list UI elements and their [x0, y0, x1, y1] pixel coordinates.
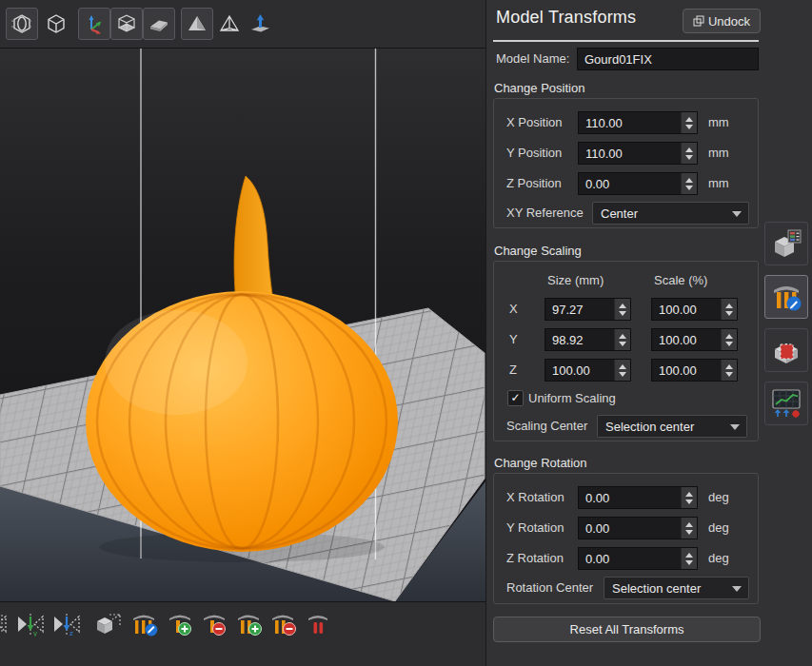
scale-z-stepper[interactable]: [721, 360, 737, 381]
cube-view-glyph: [45, 12, 68, 35]
scale-x-value: 100.00: [652, 299, 721, 320]
add-support-icon[interactable]: [166, 610, 196, 638]
scale-y-stepper[interactable]: [721, 329, 737, 350]
remove-support-glyph: [201, 611, 229, 637]
z-position-field[interactable]: 0.00: [578, 172, 698, 195]
z-rotation-label: Z Rotation: [506, 551, 564, 565]
axes-glyph: [83, 12, 106, 35]
scale-x-stepper[interactable]: [721, 299, 737, 320]
size-x-stepper[interactable]: [614, 299, 630, 320]
y-position-field[interactable]: 110.00: [578, 142, 698, 165]
y-position-stepper[interactable]: [681, 143, 697, 164]
svg-text:y: y: [33, 629, 37, 637]
size-z-field[interactable]: 100.00: [545, 359, 631, 382]
z-rotation-value: 0.00: [579, 548, 681, 569]
section-view-glyph: [10, 12, 33, 35]
x-rotation-label: X Rotation: [506, 490, 564, 504]
pumpkin-highlight: [105, 310, 248, 415]
wire-pyramid-glyph: [218, 12, 241, 35]
mirror-x-icon[interactable]: [0, 610, 10, 638]
x-position-field[interactable]: 110.00: [578, 111, 698, 134]
z-rotation-stepper[interactable]: [681, 548, 697, 569]
z-rotation-field[interactable]: 0.00: [578, 547, 698, 570]
x-rotation-value: 0.00: [579, 487, 681, 508]
size-x-field[interactable]: 97.27: [545, 298, 631, 321]
mirror-z-icon[interactable]: z: [51, 610, 82, 638]
add-all-supports-icon[interactable]: [234, 610, 265, 638]
z-position-label: Z Position: [506, 176, 562, 190]
scale-z-field[interactable]: 100.00: [651, 359, 738, 382]
mirror-y-icon[interactable]: y: [15, 610, 46, 638]
size-z-stepper[interactable]: [614, 360, 630, 381]
scale-x-field[interactable]: 100.00: [651, 298, 738, 321]
chevron-down-icon: [732, 586, 742, 592]
z-position-unit: mm: [708, 176, 729, 190]
model-name-field[interactable]: Gourd01FIX: [577, 48, 759, 70]
undock-label: Undock: [708, 14, 750, 29]
build-volume-glyph: [115, 12, 138, 35]
model-name-value: Gourd01FIX: [578, 49, 758, 69]
rotation-group: X Rotation 0.00 deg Y Rotation 0.00 deg …: [493, 473, 759, 604]
section-view-icon[interactable]: [6, 8, 38, 40]
size-x-value: 97.27: [545, 299, 614, 320]
section-change-scaling: Change Scaling: [494, 244, 582, 258]
reset-all-transforms-button[interactable]: Reset All Transforms: [493, 617, 761, 642]
size-y-stepper[interactable]: [614, 329, 630, 350]
svg-text:z: z: [69, 629, 73, 637]
y-rotation-stepper[interactable]: [681, 518, 697, 539]
z-rotation-unit: deg: [708, 551, 729, 565]
scaling-center-dropdown[interactable]: Selection center: [597, 415, 747, 438]
duplicate-model-icon[interactable]: [93, 610, 124, 638]
y-rotation-unit: deg: [708, 520, 729, 535]
per-layer-settings-icon[interactable]: [764, 382, 808, 425]
xy-reference-dropdown[interactable]: Center: [592, 202, 749, 225]
model-transforms-panel: Model Transforms Undock Model Name: Gour…: [485, 0, 812, 666]
x-position-stepper[interactable]: [681, 112, 697, 133]
x-rotation-stepper[interactable]: [681, 487, 697, 508]
scaling-center-value: Selection center: [605, 420, 694, 434]
chevron-down-icon: [732, 211, 742, 217]
scale-y-value: 100.00: [652, 329, 721, 350]
support-edit-icon[interactable]: [764, 275, 808, 319]
pause-at-layer-icon[interactable]: [303, 610, 333, 638]
scale-y-field[interactable]: 100.00: [651, 328, 738, 351]
size-z-value: 100.00: [545, 360, 614, 381]
size-y-field[interactable]: 98.92: [545, 328, 631, 351]
size-header: Size (mm): [547, 273, 604, 287]
pause-glyph: [305, 611, 331, 637]
scale-z-axis-label: Z: [509, 362, 517, 377]
uniform-scaling-label: Uniform Scaling: [528, 391, 616, 405]
wireframe-render-icon[interactable]: [213, 8, 246, 40]
viewport-3d[interactable]: [0, 49, 485, 601]
xy-reference-label: XY Reference: [506, 206, 584, 220]
checkmark-icon: ✓: [510, 391, 520, 404]
scaling-center-label: Scaling Center: [506, 419, 587, 433]
undock-button[interactable]: Undock: [683, 9, 761, 33]
model-list-icon[interactable]: [764, 222, 808, 265]
free-cut-icon[interactable]: [764, 328, 808, 372]
remove-support-icon[interactable]: [200, 610, 230, 638]
add-support-glyph: [167, 611, 195, 637]
show-axes-icon[interactable]: [78, 8, 110, 40]
z-position-value: 0.00: [579, 173, 681, 194]
x-rotation-field[interactable]: 0.00: [578, 486, 698, 509]
rotation-center-dropdown[interactable]: Selection center: [604, 577, 749, 599]
z-up-icon[interactable]: [244, 8, 276, 40]
solid-render-icon[interactable]: [181, 8, 213, 40]
scaling-group: Size (mm) Scale (%) X 97.27 100.00 Y 98.…: [493, 261, 759, 441]
y-rotation-field[interactable]: 0.00: [578, 517, 698, 539]
uniform-scaling-checkbox[interactable]: ✓: [507, 390, 524, 406]
remove-all-supports-icon[interactable]: [268, 610, 299, 638]
solid-pyramid-glyph: [186, 12, 208, 35]
xy-reference-value: Center: [601, 206, 638, 221]
z-position-stepper[interactable]: [681, 173, 697, 194]
edit-supports-icon[interactable]: [129, 610, 160, 638]
model-name-label: Model Name:: [496, 51, 569, 66]
viewport-canvas[interactable]: [0, 49, 485, 601]
show-baseplate-icon[interactable]: [143, 8, 175, 40]
panel-title: Model Transforms: [496, 8, 636, 28]
chevron-down-icon: [730, 424, 740, 430]
show-build-volume-icon[interactable]: [110, 8, 143, 40]
cube-view-icon[interactable]: [40, 8, 72, 40]
add-all-supports-glyph: [235, 611, 264, 637]
